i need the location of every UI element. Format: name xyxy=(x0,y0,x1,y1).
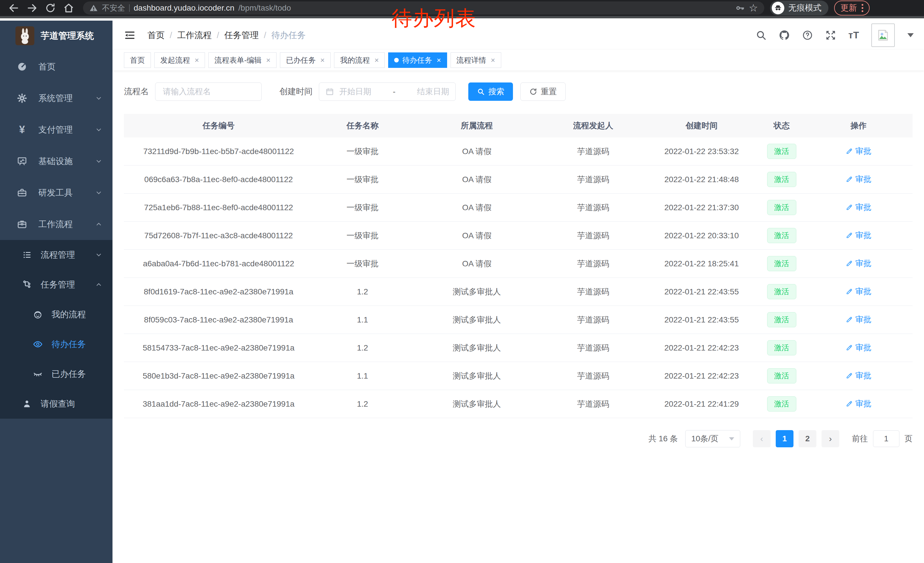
process-name-input[interactable]: 请输入流程名 xyxy=(155,83,262,101)
key-icon[interactable] xyxy=(735,3,745,13)
approve-link[interactable]: 审批 xyxy=(846,174,872,185)
tab-label: 已办任务 xyxy=(286,55,316,65)
tab-close-icon[interactable]: × xyxy=(374,56,379,65)
approve-link[interactable]: 审批 xyxy=(846,146,872,157)
goto-page-input[interactable] xyxy=(873,431,899,447)
tab-首页[interactable]: 首页 xyxy=(124,53,151,68)
tab-流程详情[interactable]: 流程详情× xyxy=(450,53,501,68)
cell-initiator: 芋道源码 xyxy=(542,314,644,325)
tab-close-icon[interactable]: × xyxy=(491,56,495,65)
approve-link[interactable]: 审批 xyxy=(846,202,872,213)
sidebar-item-leave-query[interactable]: 请假查询 xyxy=(0,389,112,419)
chevron-down-icon xyxy=(95,251,103,259)
page-size-select[interactable]: 10条/页 xyxy=(685,430,740,447)
cell-action: 审批 xyxy=(805,314,912,325)
tab-待办任务[interactable]: 待办任务× xyxy=(388,53,447,68)
table-row: 75d72608-7b7f-11ec-a3c8-acde48001122一级审批… xyxy=(124,222,912,250)
breadcrumb-workflow[interactable]: 工作流程 xyxy=(177,30,212,41)
cell-task-name: 1.2 xyxy=(313,399,412,408)
sidebar-item-devtools[interactable]: 研发工具 xyxy=(0,177,112,209)
status-badge: 激活 xyxy=(767,172,796,187)
browser-menu-icon[interactable] xyxy=(862,4,863,12)
cell-task-name: 1.1 xyxy=(313,371,412,381)
help-icon[interactable] xyxy=(802,30,813,41)
sidebar-item-todo-tasks[interactable]: 待办任务 xyxy=(0,329,112,359)
date-range-input[interactable]: 开始日期 - 结束日期 xyxy=(319,83,456,101)
cell-create-time: 2022-01-21 22:41:29 xyxy=(644,399,759,408)
next-page-button[interactable]: › xyxy=(822,430,839,447)
page-1-button[interactable]: 1 xyxy=(776,430,794,447)
search-icon[interactable] xyxy=(756,30,766,41)
tab-已办任务[interactable]: 已办任务× xyxy=(280,53,331,68)
approve-link[interactable]: 审批 xyxy=(846,370,872,381)
breadcrumb-task-management[interactable]: 任务管理 xyxy=(224,30,259,41)
reset-button[interactable]: 重置 xyxy=(520,83,566,101)
sidebar-item-workflow[interactable]: 工作流程 xyxy=(0,209,112,240)
chevron-up-icon xyxy=(95,220,103,228)
browser-home-icon[interactable] xyxy=(62,2,75,14)
user-dropdown-caret[interactable] xyxy=(908,33,914,37)
annotation-overlay-title: 待办列表 xyxy=(392,5,476,32)
cell-process: OA 请假 xyxy=(412,146,542,157)
url-host: dashboard.yudao.iocoder.cn xyxy=(134,3,234,13)
github-icon[interactable] xyxy=(778,30,790,41)
briefcase-icon xyxy=(16,219,27,230)
table-header: 任务编号 任务名称 所属流程 流程发起人 创建时间 状态 操作 xyxy=(124,114,912,137)
sidebar-item-done-tasks[interactable]: 已办任务 xyxy=(0,359,112,389)
fullscreen-icon[interactable] xyxy=(825,30,836,41)
tab-我的流程[interactable]: 我的流程× xyxy=(334,53,385,68)
chevron-up-icon xyxy=(95,281,103,289)
tab-close-icon[interactable]: × xyxy=(320,56,325,65)
cell-action: 审批 xyxy=(805,146,912,157)
sidebar-item-infrastructure[interactable]: 基础设施 xyxy=(0,146,112,177)
cell-process: 测试多审批人 xyxy=(412,314,542,325)
cell-process: 测试多审批人 xyxy=(412,371,542,381)
status-badge: 激活 xyxy=(767,340,796,355)
font-size-icon[interactable]: ᴛT xyxy=(848,30,859,41)
eye-closed-icon xyxy=(33,369,43,379)
cell-create-time: 2022-01-22 20:33:10 xyxy=(644,231,759,240)
tab-close-icon[interactable]: × xyxy=(195,56,199,65)
app-logo[interactable]: 芋道管理系统 xyxy=(0,21,112,51)
search-button[interactable]: 搜索 xyxy=(468,83,513,101)
total-count: 共 16 条 xyxy=(648,433,678,444)
select-caret-icon xyxy=(729,437,734,440)
sidebar-item-label: 工作流程 xyxy=(38,219,73,230)
sidebar-item-payment[interactable]: ¥ 支付管理 xyxy=(0,114,112,146)
breadcrumb-home[interactable]: 首页 xyxy=(147,30,165,41)
browser-forward-icon[interactable] xyxy=(26,2,38,14)
approve-link[interactable]: 审批 xyxy=(846,314,872,325)
sidebar-item-process-management[interactable]: 流程管理 xyxy=(0,240,112,270)
cell-status: 激活 xyxy=(759,396,805,411)
approve-link[interactable]: 审批 xyxy=(846,258,872,269)
browser-reload-icon[interactable] xyxy=(44,2,57,14)
approve-link[interactable]: 审批 xyxy=(846,398,872,409)
cell-initiator: 芋道源码 xyxy=(542,146,644,157)
cell-initiator: 芋道源码 xyxy=(542,174,644,185)
tab-流程表单-编辑[interactable]: 流程表单-编辑× xyxy=(208,53,276,68)
bookmark-star-icon[interactable]: ☆ xyxy=(749,3,758,13)
cell-process: 测试多审批人 xyxy=(412,399,542,410)
browser-back-icon[interactable] xyxy=(8,2,20,14)
sidebar-item-my-process[interactable]: 我的流程 xyxy=(0,300,112,329)
page-2-button[interactable]: 2 xyxy=(799,430,816,447)
table-row: 069c6a63-7b8a-11ec-8ef0-acde48001122一级审批… xyxy=(124,165,912,194)
table-row: a6aba0a4-7b6d-11ec-b781-acde48001122一级审批… xyxy=(124,250,912,278)
sidebar-item-system[interactable]: 系统管理 xyxy=(0,83,112,114)
prev-page-button[interactable]: ‹ xyxy=(753,430,771,447)
sidebar-item-home[interactable]: 首页 xyxy=(0,51,112,83)
tab-发起流程[interactable]: 发起流程× xyxy=(154,53,205,68)
sidebar-fold-icon[interactable] xyxy=(124,30,135,41)
approve-link[interactable]: 审批 xyxy=(846,286,872,297)
sidebar-item-task-management[interactable]: 任务管理 xyxy=(0,270,112,300)
avatar[interactable] xyxy=(872,24,895,47)
approve-link[interactable]: 审批 xyxy=(846,342,872,353)
tab-label: 我的流程 xyxy=(340,55,370,65)
tab-close-icon[interactable]: × xyxy=(436,56,441,65)
cell-process: OA 请假 xyxy=(412,230,542,241)
tab-close-icon[interactable]: × xyxy=(266,56,270,65)
cell-task-name: 1.2 xyxy=(313,343,412,353)
approve-link[interactable]: 审批 xyxy=(846,230,872,241)
cell-status: 激活 xyxy=(759,256,805,271)
browser-update-button[interactable]: 更新 xyxy=(834,1,870,15)
